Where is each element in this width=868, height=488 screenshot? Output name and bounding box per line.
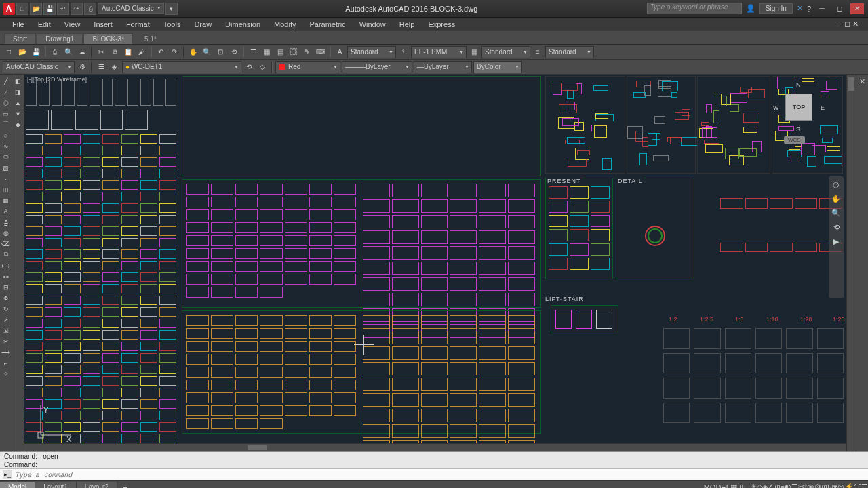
zoom-prev-icon[interactable]: ⟲ [228,46,240,58]
qat-redo-icon[interactable]: ↷ [71,3,83,15]
tab-block3[interactable]: BLOCK-3* [83,33,133,44]
menu-help[interactable]: Help [393,19,422,30]
status-transparency-icon[interactable]: ◐ [785,483,791,488]
status-ws-icon[interactable]: ⚙ [814,483,821,488]
window-minimize-icon[interactable]: ─ [815,3,829,14]
tablestyle-icon[interactable]: ▦ [468,46,480,58]
arc-icon[interactable]: ⌒ [1,119,11,129]
tab-start[interactable]: Start [4,33,36,44]
status-qp-icon[interactable]: ☰ [791,483,798,488]
menu-express[interactable]: Express [421,19,462,30]
layer-match-icon[interactable]: ◇ [256,61,269,73]
point-icon[interactable]: · [1,174,11,184]
status-snap-icon[interactable]: ⊞ [737,483,743,488]
menu-parametric[interactable]: Parametric [302,19,352,30]
markup-icon[interactable]: ✎ [301,46,313,58]
nav-bar[interactable]: ◎ ✋ 🔍 ⟲ ▶ [829,176,844,298]
block-icon[interactable]: ◫ [1,184,11,195]
signin-button[interactable]: Sign In [760,3,793,14]
command-line[interactable]: ▸_ [0,468,868,480]
text-icon[interactable]: A [1,206,11,216]
viewcube-south[interactable]: S [796,126,800,133]
nav-orbit-icon[interactable]: ⟲ [833,223,840,232]
nav-showmotion-icon[interactable]: ▶ [833,237,839,246]
status-annovis-icon[interactable]: 👁 [807,483,814,489]
layer-state-icon[interactable]: ◈ [108,61,121,73]
design-center-icon[interactable]: ▦ [260,46,273,58]
layout-tab-layout1[interactable]: Layout1 [35,482,77,488]
status-osnap-icon[interactable]: ◇ [757,483,762,488]
window-maximize-icon[interactable]: ◻ [833,3,846,14]
pan-icon[interactable]: ✋ [187,46,199,58]
menu-tools[interactable]: Tools [157,19,188,30]
status-hardware-icon[interactable]: ⚡ [844,483,854,488]
save-icon[interactable]: 💾 [30,46,42,58]
status-units-icon[interactable]: ⊡ [827,483,833,488]
status-3dosnap-icon[interactable]: ◈ [762,483,768,488]
cut-icon[interactable]: ✂ [95,46,107,58]
line-icon[interactable]: ╱ [1,76,11,86]
qat-new-icon[interactable]: □ [16,3,28,15]
array-icon[interactable]: ⊟ [1,282,11,292]
spline-icon[interactable]: ∿ [1,141,11,151]
properties-icon[interactable]: ☰ [247,46,259,58]
circle-icon[interactable]: ○ [1,130,11,140]
redo-icon[interactable]: ↷ [168,46,180,58]
sheet-set-icon[interactable]: ⿴ [288,46,300,58]
mod1-icon[interactable]: ◧ [13,76,23,86]
hscrollbar[interactable] [24,443,846,451]
open-icon[interactable]: 📂 [16,46,28,58]
polyline-icon[interactable]: ⟋ [1,87,11,97]
mirror-icon[interactable]: ⟷ [1,260,11,270]
copy-obj-icon[interactable]: ⧉ [1,249,11,260]
offset-icon[interactable]: ⫘ [1,271,11,281]
layer-dropdown[interactable]: ● WC-DET1 [122,61,241,73]
window-close-icon[interactable]: ✕ [850,3,864,14]
viewcube-wcs[interactable]: WCS [784,136,805,144]
mod3-icon[interactable]: ▲ [13,98,23,108]
app-logo[interactable]: A [3,3,15,15]
status-dyn-icon[interactable]: ⊕ [774,483,781,488]
tab-drawing1[interactable]: Drawing1 [37,33,83,44]
paste-icon[interactable]: 📋 [122,46,134,58]
polygon-icon[interactable]: ⬡ [1,98,11,108]
viewcube-top-face[interactable]: TOP [785,94,812,121]
nav-zoom-icon[interactable]: 🔍 [831,209,841,218]
status-polar-icon[interactable]: ✳ [751,483,757,488]
layer-props-icon[interactable]: ☰ [95,61,107,73]
mod5-icon[interactable]: ◆ [13,119,23,129]
tablestyle-dropdown[interactable]: Standard [481,46,530,58]
mtext-icon[interactable]: A̲ [1,217,11,227]
table-icon[interactable]: ▦ [1,195,11,205]
doc-minimize-icon[interactable]: ─ ◻ ✕ [833,20,863,28]
workspace-settings-icon[interactable]: ⚙ [76,61,88,73]
textstyle-icon[interactable]: A [334,46,346,58]
menu-insert[interactable]: Insert [87,19,119,30]
workspace-dropdown[interactable]: AutoCAD Classic [98,3,164,14]
extend-icon[interactable]: ⟶ [1,347,11,357]
erase-icon[interactable]: ⌫ [1,239,11,249]
match-icon[interactable]: 🖌 [136,46,148,58]
plotstyle-dropdown[interactable]: ByColor [473,61,522,73]
scale-icon[interactable]: ⤢ [1,314,11,325]
status-grid-icon[interactable]: ▦ [730,483,737,488]
color-dropdown[interactable]: Red [275,61,340,73]
trim-icon[interactable]: ✂ [1,336,11,346]
menu-edit[interactable]: Edit [31,19,58,30]
dimstyle-dropdown[interactable]: EE-1 PMM [411,46,467,58]
mod2-icon[interactable]: ◨ [13,87,23,97]
preview-icon[interactable]: 🔍 [62,46,75,58]
mod4-icon[interactable]: ▼ [13,108,23,119]
mlstyle-dropdown[interactable]: Standard [545,46,594,58]
quickcalc-icon[interactable]: ⌨ [315,46,327,58]
menu-view[interactable]: View [58,19,87,30]
help-icon[interactable]: ? [807,5,811,13]
palette-close-icon[interactable]: ✕ [859,77,865,86]
menu-modify[interactable]: Modify [267,19,302,30]
vscrollbar[interactable] [846,75,856,451]
zoom-window-icon[interactable]: ⊡ [214,46,226,58]
publish-icon[interactable]: ☁ [76,46,88,58]
rectangle-icon[interactable]: ▭ [1,108,11,119]
qat-more-icon[interactable]: ▾ [165,3,178,15]
layout-tab-model[interactable]: Model [0,482,35,488]
